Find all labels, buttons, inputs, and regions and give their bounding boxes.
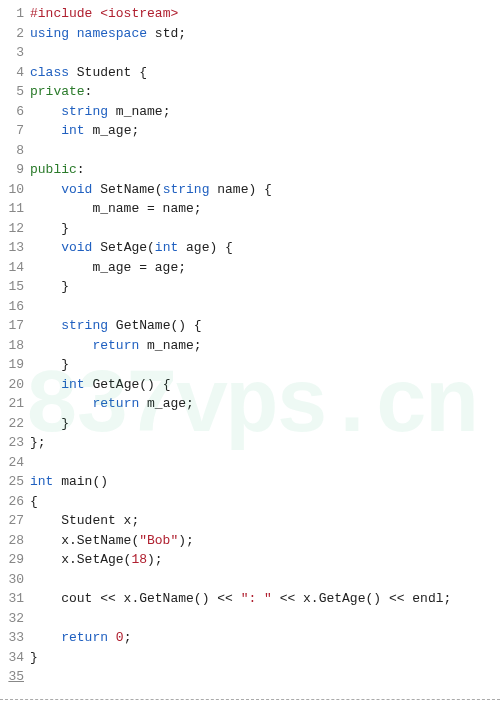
code-content <box>30 453 500 473</box>
line-number: 14 <box>0 258 30 278</box>
line-number: 26 <box>0 492 30 512</box>
code-content: int main() <box>30 472 500 492</box>
code-line: 2using namespace std; <box>0 24 500 44</box>
code-content: x.SetAge(18); <box>30 550 500 570</box>
code-content: m_age = age; <box>30 258 500 278</box>
line-number: 32 <box>0 609 30 629</box>
code-content: } <box>30 277 500 297</box>
line-number: 31 <box>0 589 30 609</box>
code-content <box>30 570 500 590</box>
line-number: 4 <box>0 63 30 83</box>
code-line: 34} <box>0 648 500 668</box>
code-content: using namespace std; <box>30 24 500 44</box>
code-content: return m_name; <box>30 336 500 356</box>
code-content <box>30 141 500 161</box>
code-line: 9public: <box>0 160 500 180</box>
code-line: 15 } <box>0 277 500 297</box>
code-content: } <box>30 219 500 239</box>
code-content: return m_age; <box>30 394 500 414</box>
line-number: 8 <box>0 141 30 161</box>
code-line: 16 <box>0 297 500 317</box>
code-content: } <box>30 355 500 375</box>
line-number: 16 <box>0 297 30 317</box>
code-content: string GetName() { <box>30 316 500 336</box>
code-line: 25int main() <box>0 472 500 492</box>
code-line: 32 <box>0 609 500 629</box>
code-content: public: <box>30 160 500 180</box>
line-number: 18 <box>0 336 30 356</box>
code-line: 10 void SetName(string name) { <box>0 180 500 200</box>
line-number: 17 <box>0 316 30 336</box>
line-number: 10 <box>0 180 30 200</box>
code-line: 4class Student { <box>0 63 500 83</box>
code-line: 35 <box>0 667 500 687</box>
code-content: cout << x.GetName() << ": " << x.GetAge(… <box>30 589 500 609</box>
line-number: 24 <box>0 453 30 473</box>
line-number: 6 <box>0 102 30 122</box>
code-content <box>30 609 500 629</box>
code-line: 17 string GetName() { <box>0 316 500 336</box>
code-line: 23}; <box>0 433 500 453</box>
code-line: 28 x.SetName("Bob"); <box>0 531 500 551</box>
code-content: private: <box>30 82 500 102</box>
code-content: Student x; <box>30 511 500 531</box>
line-number: 23 <box>0 433 30 453</box>
code-content: class Student { <box>30 63 500 83</box>
code-line: 6 string m_name; <box>0 102 500 122</box>
code-content: } <box>30 648 500 668</box>
code-content: }; <box>30 433 500 453</box>
code-line: 14 m_age = age; <box>0 258 500 278</box>
code-line: 29 x.SetAge(18); <box>0 550 500 570</box>
code-line: 12 } <box>0 219 500 239</box>
line-number: 30 <box>0 570 30 590</box>
code-line: 3 <box>0 43 500 63</box>
code-content <box>30 297 500 317</box>
line-number: 25 <box>0 472 30 492</box>
code-content: { <box>30 492 500 512</box>
code-editor: 1#include <iostream>2using namespace std… <box>0 0 500 691</box>
line-number: 22 <box>0 414 30 434</box>
line-number: 2 <box>0 24 30 44</box>
line-number: 33 <box>0 628 30 648</box>
code-content: void SetAge(int age) { <box>30 238 500 258</box>
code-content: return 0; <box>30 628 500 648</box>
code-content: x.SetName("Bob"); <box>30 531 500 551</box>
line-number: 9 <box>0 160 30 180</box>
code-content <box>30 43 500 63</box>
code-content: m_name = name; <box>30 199 500 219</box>
line-number: 27 <box>0 511 30 531</box>
line-number: 21 <box>0 394 30 414</box>
code-line: 30 <box>0 570 500 590</box>
code-line: 13 void SetAge(int age) { <box>0 238 500 258</box>
code-line: 24 <box>0 453 500 473</box>
line-number: 20 <box>0 375 30 395</box>
line-number: 19 <box>0 355 30 375</box>
code-line: 31 cout << x.GetName() << ": " << x.GetA… <box>0 589 500 609</box>
line-number: 15 <box>0 277 30 297</box>
code-line: 11 m_name = name; <box>0 199 500 219</box>
line-number: 35 <box>0 667 30 687</box>
line-number: 29 <box>0 550 30 570</box>
code-content: #include <iostream> <box>30 4 500 24</box>
code-line: 7 int m_age; <box>0 121 500 141</box>
line-number: 7 <box>0 121 30 141</box>
code-content <box>30 667 500 687</box>
code-content: } <box>30 414 500 434</box>
line-number: 12 <box>0 219 30 239</box>
code-content: int GetAge() { <box>30 375 500 395</box>
code-line: 26{ <box>0 492 500 512</box>
code-line: 8 <box>0 141 500 161</box>
line-number: 5 <box>0 82 30 102</box>
line-number: 3 <box>0 43 30 63</box>
code-line: 1#include <iostream> <box>0 4 500 24</box>
code-line: 21 return m_age; <box>0 394 500 414</box>
line-number: 1 <box>0 4 30 24</box>
line-number: 34 <box>0 648 30 668</box>
code-content: int m_age; <box>30 121 500 141</box>
line-number: 13 <box>0 238 30 258</box>
code-line: 20 int GetAge() { <box>0 375 500 395</box>
code-line: 27 Student x; <box>0 511 500 531</box>
line-number: 11 <box>0 199 30 219</box>
code-content: void SetName(string name) { <box>30 180 500 200</box>
code-line: 19 } <box>0 355 500 375</box>
